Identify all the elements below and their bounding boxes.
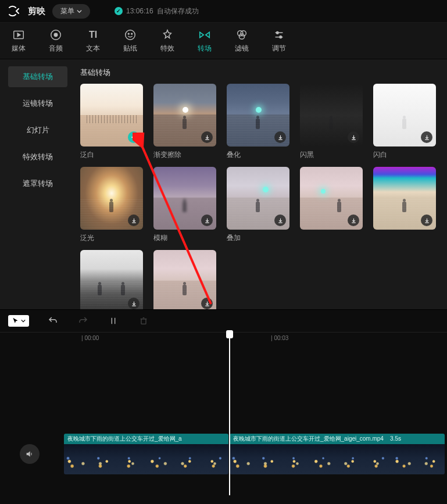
card-label: 泛白	[80, 150, 143, 160]
chevron-down-icon	[21, 319, 26, 323]
split-button[interactable]	[107, 314, 120, 327]
svg-point-2	[54, 33, 58, 37]
transition-thumb[interactable]	[300, 167, 363, 230]
download-icon[interactable]	[201, 131, 213, 143]
download-icon[interactable]	[274, 131, 286, 143]
undo-button[interactable]	[47, 314, 59, 327]
card-label: 模糊	[153, 233, 216, 243]
download-icon[interactable]	[421, 215, 432, 226]
effect-icon	[161, 28, 174, 41]
svg-point-5	[131, 33, 133, 34]
sticker-icon	[124, 28, 137, 41]
transition-thumb[interactable]	[373, 167, 436, 230]
svg-point-9	[276, 31, 278, 34]
add-icon[interactable]: +	[128, 131, 140, 143]
filter-icon	[235, 28, 248, 41]
transition-thumb[interactable]	[227, 167, 289, 230]
tab-transition[interactable]: 转场	[198, 28, 212, 53]
tab-adjust[interactable]: 调节	[272, 28, 286, 53]
svg-point-3	[126, 30, 135, 40]
tab-bar: 媒体 音频 TI 文本 贴纸 特效 转场 滤镜 调节	[0, 22, 447, 59]
media-icon	[12, 28, 25, 41]
card-label: 闪黑	[300, 150, 363, 160]
playhead[interactable]	[229, 333, 230, 495]
tab-sticker[interactable]: 贴纸	[123, 28, 137, 53]
transition-thumb[interactable]	[373, 84, 436, 146]
download-icon[interactable]	[201, 215, 213, 226]
card-label: 叠加	[227, 233, 289, 243]
mute-button[interactable]	[20, 444, 40, 464]
transition-thumb[interactable]	[153, 250, 216, 309]
time-ruler[interactable]: | 00:00 | 00:03	[0, 333, 447, 346]
autosave-status: ✓ 13:06:16 自动保存成功	[115, 6, 199, 16]
delete-button[interactable]	[137, 314, 150, 327]
cursor-tool[interactable]	[8, 315, 29, 327]
download-icon[interactable]	[201, 298, 213, 309]
transition-thumb[interactable]	[153, 84, 216, 146]
transition-thumb[interactable]: +	[80, 84, 143, 146]
tab-audio[interactable]: 音频	[49, 28, 63, 53]
sidebar: 基础转场 运镜转场 幻灯片 特效转场 遮罩转场	[0, 59, 76, 309]
transition-thumb[interactable]	[80, 250, 143, 309]
text-icon: TI	[87, 28, 99, 41]
download-icon[interactable]	[421, 131, 432, 143]
transition-thumb[interactable]	[227, 84, 289, 146]
menu-button[interactable]: 菜单	[52, 4, 90, 19]
download-icon[interactable]	[348, 131, 359, 143]
sidebar-item-mask[interactable]: 遮罩转场	[8, 173, 67, 194]
card-label: 泛光	[80, 233, 143, 243]
download-icon[interactable]	[128, 215, 140, 226]
tab-filter[interactable]: 滤镜	[235, 28, 249, 53]
tab-effect[interactable]: 特效	[160, 28, 174, 53]
download-icon[interactable]	[348, 215, 359, 226]
sidebar-item-effect[interactable]: 特效转场	[8, 146, 67, 167]
check-icon: ✓	[115, 7, 123, 15]
app-logo	[7, 4, 21, 18]
card-label: 叠化	[227, 150, 289, 160]
card-label: 渐变擦除	[153, 150, 216, 160]
section-title: 基础转场	[80, 67, 442, 78]
download-icon[interactable]	[274, 215, 286, 226]
chevron-down-icon	[77, 9, 82, 14]
app-name: 剪映	[28, 6, 45, 17]
svg-point-8	[239, 34, 244, 39]
sidebar-item-basic[interactable]: 基础转场	[8, 66, 67, 87]
svg-point-7	[241, 30, 246, 35]
transition-thumb[interactable]	[80, 167, 143, 230]
card-label: 闪白	[373, 150, 436, 160]
svg-point-4	[128, 33, 129, 34]
sidebar-item-camera[interactable]: 运镜转场	[8, 93, 67, 114]
transition-thumb[interactable]	[153, 167, 216, 230]
transition-icon	[198, 28, 211, 41]
sidebar-item-slide[interactable]: 幻灯片	[8, 120, 67, 141]
redo-button[interactable]	[77, 314, 90, 327]
audio-icon	[49, 28, 62, 41]
transition-thumb[interactable]	[300, 84, 363, 146]
svg-rect-11	[141, 319, 146, 324]
clip-1[interactable]: 夜晚城市下雨的街道上公交车开过_爱给网_a	[64, 434, 228, 474]
svg-point-10	[280, 35, 282, 38]
clip-2[interactable]: 夜晚城市下雨的街道上公交车开过_爱给网_aigei_com.mp4 3.5s	[230, 434, 445, 474]
download-icon[interactable]	[128, 298, 140, 309]
tab-media[interactable]: 媒体	[12, 28, 26, 53]
tab-text[interactable]: TI 文本	[86, 28, 100, 53]
adjust-icon	[273, 28, 285, 41]
speaker-icon	[25, 449, 34, 459]
